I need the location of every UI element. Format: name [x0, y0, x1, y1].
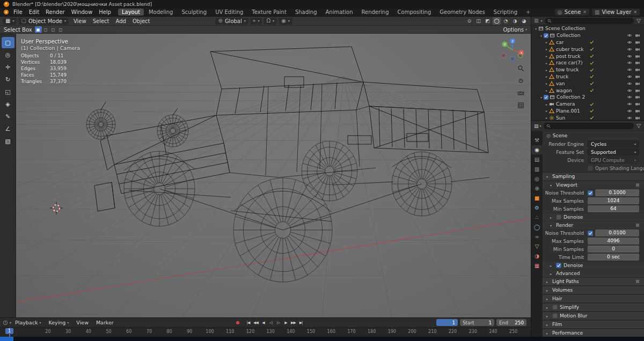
show-overlays-toggle[interactable]: ◫ — [474, 17, 482, 25]
outliner-row[interactable]: ▾Collection — [531, 32, 644, 39]
outliner-row[interactable]: ▸car — [531, 39, 644, 46]
workspace-tab-scripting[interactable]: Scripting — [490, 9, 521, 16]
disclosure-icon[interactable]: ▾ — [539, 34, 544, 38]
disclosure-icon[interactable]: ▸ — [544, 68, 549, 72]
timeline-editor-icon[interactable] — [3, 320, 8, 325]
outliner-row[interactable]: ▸cuber truck — [531, 46, 644, 53]
current-frame-field[interactable]: 1 — [436, 319, 458, 326]
render-max-samples-field[interactable]: 4096 — [588, 238, 639, 244]
gizmo-negative-x-axis[interactable] — [502, 54, 506, 58]
outliner-row[interactable]: ▸tow truck — [531, 66, 644, 73]
view-layer-dropdown[interactable]: ▥ View Layer ✕ — [592, 9, 640, 16]
panel-motion-blur[interactable]: ▸Motion Blur — [543, 312, 644, 320]
outliner-row[interactable]: ▸wagon — [531, 87, 644, 94]
outliner-row[interactable]: ▸race car(7) — [531, 60, 644, 66]
navigation-gizmo[interactable]: Z X Y — [498, 35, 527, 64]
workspace-tab-uv-editing[interactable]: UV Editing — [211, 9, 247, 16]
playhead[interactable]: 1 — [9, 328, 10, 337]
3d-viewport[interactable]: ▢◎✛↻◱◈✎∠▧ User Perspective (1) Collectio… — [0, 34, 531, 317]
hide-in-viewport-icon[interactable] — [627, 47, 632, 52]
outliner-filter-icon[interactable] — [636, 18, 641, 24]
snap-dropdown[interactable]: Ω ▾ — [264, 18, 277, 25]
play-button[interactable]: ▷ — [275, 319, 282, 326]
start-button[interactable] — [0, 337, 13, 341]
toggle-xray[interactable]: ◩ — [484, 17, 492, 25]
disclosure-icon[interactable]: ▾ — [533, 27, 538, 31]
workspace-tab-texture-paint[interactable]: Texture Paint — [248, 9, 290, 16]
shading-material-button[interactable]: ◑ — [511, 17, 519, 25]
timeline-menu-keying[interactable]: Keying▾ — [45, 320, 72, 325]
show-gizmos-toggle[interactable]: ⊙ — [465, 17, 473, 25]
panel-hair[interactable]: ▸Hair — [543, 294, 644, 303]
move-view-button[interactable] — [516, 76, 525, 85]
properties-tab-object[interactable]: ■ — [531, 194, 543, 203]
options-dropdown[interactable]: Options ▾ — [503, 27, 527, 33]
viewport-noise-threshold-checkbox[interactable] — [588, 190, 593, 196]
disclosure-icon[interactable]: ▸ — [544, 102, 549, 106]
viewport-menu-select[interactable]: Select — [90, 17, 113, 25]
panel-advanced[interactable]: ▸Advanced — [543, 269, 644, 277]
tool-measure[interactable]: ∠ — [2, 123, 14, 135]
outliner-row[interactable]: ▸post truck — [531, 53, 644, 60]
properties-tab-view-layer[interactable]: ▥ — [531, 165, 543, 174]
editor-type-button[interactable]: ▦ ▾ — [3, 18, 17, 25]
properties-tab-render[interactable]: ◉ — [531, 145, 543, 154]
panel-checkbox[interactable] — [552, 305, 558, 310]
properties-tab-data[interactable]: ▽ — [531, 242, 543, 251]
tool-move[interactable]: ✛ — [2, 62, 14, 73]
tool-cursor[interactable]: ◎ — [2, 49, 14, 61]
frame-start-field[interactable]: Start1 — [460, 319, 494, 326]
disclosure-icon[interactable]: ▸ — [544, 75, 549, 78]
disable-in-renders-icon[interactable] — [635, 33, 640, 38]
disable-in-renders-icon[interactable] — [635, 108, 640, 114]
hide-in-viewport-icon[interactable] — [627, 33, 632, 38]
panel-render-denoise[interactable]: ▸Denoise — [543, 261, 644, 269]
properties-editor-icon[interactable]: ▤▾ — [534, 123, 541, 129]
panel-sampling[interactable]: ▾Sampling — [543, 172, 644, 181]
feature-set-dropdown[interactable]: Supported▾ — [588, 149, 639, 155]
panel-volumes[interactable]: ▸Volumes — [543, 286, 644, 294]
remove-view-layer-icon[interactable]: ✕ — [633, 10, 637, 14]
render-denoise-checkbox[interactable] — [556, 263, 561, 268]
properties-tab-constraints[interactable]: ∞ — [531, 232, 543, 241]
auto-keying-toggle[interactable]: ● — [234, 319, 241, 326]
disable-in-renders-icon[interactable] — [635, 74, 640, 79]
select-mode-subtract[interactable]: ◻ — [50, 26, 57, 33]
frame-end-field[interactable]: End250 — [496, 319, 526, 326]
hide-in-viewport-icon[interactable] — [627, 108, 632, 114]
workspace-tab-modeling[interactable]: Modeling — [145, 9, 177, 16]
hide-in-viewport-icon[interactable] — [627, 74, 632, 79]
transform-orientation-dropdown[interactable]: ⊕ Global ▾ — [215, 18, 248, 25]
mode-dropdown[interactable]: ▢ Object Mode ▾ — [18, 18, 68, 25]
outliner-row[interactable]: ▸truck — [531, 73, 644, 80]
menu-file[interactable]: File — [10, 8, 26, 16]
properties-search-input[interactable] — [544, 123, 634, 129]
disclosure-icon[interactable]: ▸ — [544, 54, 549, 58]
hide-in-viewport-icon[interactable] — [627, 60, 632, 65]
disable-in-renders-icon[interactable] — [635, 54, 640, 59]
outliner-row[interactable]: ▸Plane.001 — [531, 108, 644, 115]
menu-edit[interactable]: Edit — [26, 8, 42, 16]
workspace-tab-geometry-nodes[interactable]: Geometry Nodes — [436, 9, 488, 16]
hide-in-viewport-icon[interactable] — [627, 67, 632, 72]
viewport-denoise-checkbox[interactable] — [556, 214, 561, 220]
device-dropdown[interactable]: GPU Compute▾ — [588, 157, 639, 164]
panel-checkbox[interactable] — [552, 313, 558, 318]
viewport-menu-add[interactable]: Add — [113, 17, 129, 25]
select-mode-new[interactable]: ▣ — [35, 26, 42, 33]
properties-tab-physics[interactable]: ◯ — [531, 223, 543, 232]
gizmo-negative-z-axis[interactable] — [510, 57, 515, 61]
disable-in-renders-icon[interactable] — [635, 40, 640, 45]
zoom-view-button[interactable] — [516, 63, 525, 73]
properties-tab-world[interactable]: ⊕ — [531, 184, 543, 193]
workspace-tab-animation[interactable]: Animation — [322, 9, 357, 16]
unlink-scene-icon[interactable]: ✕ — [583, 10, 587, 14]
add-workspace-button[interactable]: + — [522, 9, 534, 16]
jump-to-end-button[interactable]: ▶| — [297, 319, 304, 326]
shading-solid-button[interactable]: ◔ — [502, 17, 510, 25]
render-noise-threshold-checkbox[interactable] — [588, 231, 593, 236]
disable-in-renders-icon[interactable] — [635, 88, 640, 93]
presets-menu-icon[interactable] — [635, 223, 640, 228]
properties-tab-material[interactable]: ◑ — [531, 251, 543, 261]
workspace-tab-shading[interactable]: Shading — [291, 9, 321, 16]
